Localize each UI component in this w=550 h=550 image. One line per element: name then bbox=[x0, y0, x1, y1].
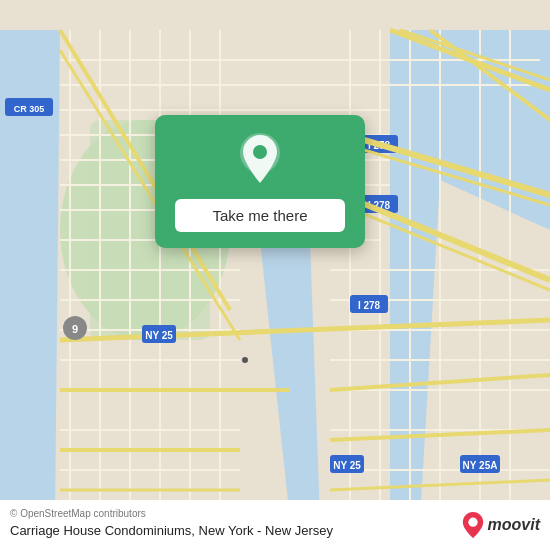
svg-point-76 bbox=[242, 357, 248, 363]
svg-point-78 bbox=[253, 145, 267, 159]
svg-text:NY 25: NY 25 bbox=[333, 460, 361, 471]
svg-text:I 278: I 278 bbox=[358, 300, 381, 311]
moovit-pin-icon bbox=[462, 512, 484, 538]
svg-text:CR 305: CR 305 bbox=[14, 104, 45, 114]
moovit-logo: moovit bbox=[462, 512, 540, 538]
location-title: Carriage House Condominiums, New York - … bbox=[10, 522, 462, 540]
svg-text:NY 25: NY 25 bbox=[145, 330, 173, 341]
map-background: I 278 I 278 I 278 CR 305 NY 25 NY 25 NY … bbox=[0, 0, 550, 550]
location-pin-icon bbox=[238, 133, 282, 189]
moovit-brand-text: moovit bbox=[488, 516, 540, 534]
svg-text:NY 25A: NY 25A bbox=[463, 460, 498, 471]
map-container: I 278 I 278 I 278 CR 305 NY 25 NY 25 NY … bbox=[0, 0, 550, 550]
svg-point-79 bbox=[468, 517, 477, 526]
take-me-there-card: Take me there bbox=[155, 115, 365, 248]
svg-text:9: 9 bbox=[72, 323, 78, 335]
take-me-there-button[interactable]: Take me there bbox=[175, 199, 345, 232]
copyright-text: © OpenStreetMap contributors bbox=[10, 508, 462, 519]
bottom-bar: © OpenStreetMap contributors Carriage Ho… bbox=[0, 500, 550, 550]
bottom-left: © OpenStreetMap contributors Carriage Ho… bbox=[10, 508, 462, 540]
